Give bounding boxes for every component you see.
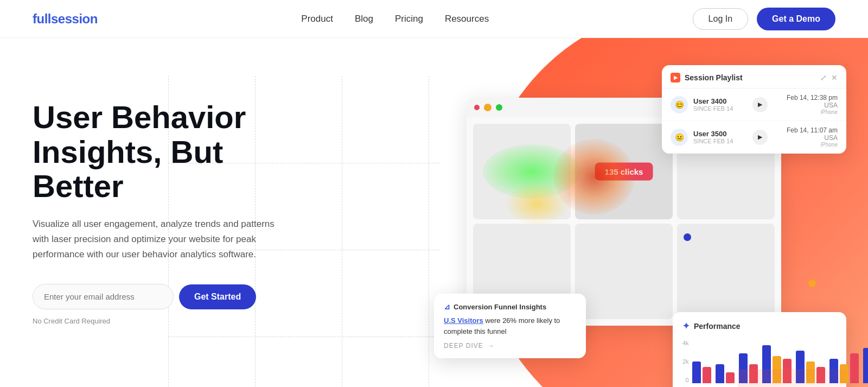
bar-blue-7 (863, 348, 868, 383)
session-header-icons: ⤢ ✕ (820, 73, 838, 82)
get-demo-button[interactable]: Get a Demo (757, 8, 835, 30)
brand-name: fullsession (33, 11, 98, 26)
user-avatar-1: 😊 (671, 96, 688, 113)
funnel-text: U.S Visitors were 26% more likely to com… (444, 315, 576, 337)
user-avatar-2: 😐 (671, 129, 688, 146)
nav-product[interactable]: Product (301, 14, 333, 24)
perf-bg-decoration (738, 369, 846, 387)
nav-blog[interactable]: Blog (355, 14, 373, 24)
dashboard-area: 135 clicks ▶ Session Playlist ⤢ ✕ (423, 65, 846, 387)
dot-green (496, 104, 502, 111)
user-details-2: User 3500 SINCE FEB 14 (693, 130, 733, 144)
get-started-button[interactable]: Get Started (179, 284, 256, 309)
user-info-2: 😐 User 3500 SINCE FEB 14 (671, 129, 733, 146)
session-card: ▶ Session Playlist ⤢ ✕ 😊 User 3400 SINCE… (662, 65, 846, 154)
hero-left: User Behavior Insights, But Better Visua… (33, 100, 293, 326)
brand-logo[interactable]: fullsession (33, 11, 98, 27)
nav-pricing[interactable]: Pricing (395, 14, 423, 24)
funnel-card: ⊿ Conversion Funnel Insights U.S Visitor… (434, 294, 586, 358)
session-header: ▶ Session Playlist ⤢ ✕ (662, 65, 846, 88)
bar-blue-2 (716, 364, 724, 383)
hero-description: Visualize all user engagement, analyze t… (33, 217, 293, 262)
login-button[interactable]: Log In (693, 8, 748, 30)
bar-group-m (716, 364, 735, 383)
funnel-link-visitors[interactable]: U.S Visitors (444, 316, 483, 325)
grid-cell-6 (677, 224, 775, 319)
bar-group-s (692, 361, 711, 383)
performance-card: ✦ Performance 4k 2k 0 (673, 312, 846, 387)
dot-yellow (484, 104, 492, 111)
session-title: ▶ Session Playlist (671, 73, 743, 83)
play-icon: ▶ (671, 73, 680, 83)
user-details-1: User 3400 SINCE FEB 14 (693, 97, 733, 112)
marker-blue (684, 233, 691, 241)
bar-red-2 (726, 372, 735, 383)
user-info-1: 😊 User 3400 SINCE FEB 14 (671, 96, 733, 113)
no-cc-text: No Credit Card Required (33, 317, 293, 325)
heatmap-yellow (505, 182, 570, 226)
nav-resources[interactable]: Resources (445, 14, 489, 24)
perf-icon: ✦ (682, 321, 690, 331)
arrow-icon: → (486, 342, 495, 350)
session-meta-1: Feb 14, 12:38 pm USA iPhone (787, 94, 838, 115)
email-cta-row: Get Started (33, 284, 293, 309)
session-play-2[interactable]: ▶ (752, 130, 768, 145)
close-icon[interactable]: ✕ (831, 73, 838, 82)
funnel-icon: ⊿ (444, 302, 450, 311)
session-row-2: 😐 User 3500 SINCE FEB 14 ▶ Feb 14, 11:07… (662, 121, 846, 154)
marker-yellow (808, 280, 816, 287)
session-play-1[interactable]: ▶ (752, 97, 768, 112)
hero-section: User Behavior Insights, But Better Visua… (0, 38, 868, 387)
bar-group-s2 (863, 348, 868, 383)
navbar: fullsession Product Blog Pricing Resourc… (0, 0, 868, 38)
email-input[interactable] (33, 284, 174, 309)
bar-blue-1 (692, 361, 701, 383)
heatmap-overlay (472, 134, 656, 242)
nav-links: Product Blog Pricing Resources (301, 14, 489, 24)
session-row-1: 😊 User 3400 SINCE FEB 14 ▶ Feb 14, 12:38… (662, 88, 846, 121)
chart-y-axis: 4k 2k 0 (682, 340, 689, 383)
funnel-deep-dive[interactable]: DEEP DIVE → (444, 342, 576, 350)
session-meta-2: Feb 14, 11:07 am USA iPhone (787, 126, 838, 148)
expand-icon[interactable]: ⤢ (820, 73, 827, 82)
nav-right: Log In Get a Demo (693, 8, 835, 30)
hero-title: User Behavior Insights, But Better (33, 100, 293, 204)
dot-red (474, 105, 480, 110)
bar-red-6 (850, 353, 859, 383)
funnel-title: ⊿ Conversion Funnel Insights (444, 302, 576, 311)
perf-title: ✦ Performance (682, 321, 837, 331)
bar-red-1 (703, 367, 711, 383)
